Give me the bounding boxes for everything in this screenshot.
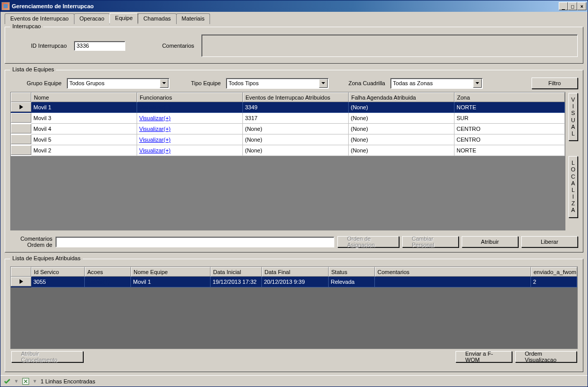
tipo-equipe-value: Todos Tipos [226, 80, 318, 86]
comentarios-label: Comentarios [148, 43, 194, 49]
cell-id-servico: 3055 [31, 277, 85, 287]
table-row[interactable]: Movil 3 Visualizar(+) 3317 (None) SUR [11, 113, 565, 124]
statusbar: ▾ ▾ 1 Linhas Encontradas [1, 375, 587, 386]
equipes-grid[interactable]: Nome Funcionarios Eventos de Interrupcao… [10, 92, 565, 230]
cell-falha: (None) [349, 124, 454, 134]
table-row[interactable]: Movil 4 Visualizar(+) (None) (None) CENT… [11, 124, 565, 134]
acoes-link[interactable]: Salvar(+) [87, 279, 110, 285]
ordem-visualizacao-button[interactable]: Ordem Visualizacao [515, 351, 577, 362]
cell-enviado: 2 [531, 277, 577, 287]
col-status[interactable]: Status [329, 267, 375, 277]
tab-eventos[interactable]: Eventos de Interrupcao [5, 13, 74, 24]
col-nome[interactable]: Nome [31, 92, 137, 102]
table-row[interactable]: Movil 5 Visualizar(+) (None) (None) CENT… [11, 134, 565, 145]
visualizar-link[interactable]: Visualizar(+) [139, 137, 170, 143]
col-comentarios[interactable]: Comentarios [375, 267, 531, 277]
cell-eventos: (None) [243, 134, 349, 145]
cell-data-inicial: 19/12/2013 17:32 [211, 277, 262, 287]
chevron-down-icon [160, 79, 168, 88]
grupo-equipe-value: Todos Grupos [67, 80, 159, 86]
close-button[interactable]: × [577, 2, 586, 10]
visual-button[interactable]: VISUAL [568, 93, 578, 141]
comentarios-ordem-label: Comentarios Ordem de [10, 236, 52, 248]
chevron-down-icon [319, 79, 328, 88]
filtro-button[interactable]: Filtro [532, 78, 578, 89]
status-sep: ▾ [15, 378, 18, 384]
liberar-button[interactable]: Liberar [521, 236, 578, 247]
row-indicator [11, 145, 31, 155]
tipo-equipe-combo[interactable]: Todos Tipos [226, 78, 329, 89]
cell-funcionarios: Visualizar(+) [137, 113, 243, 124]
group-interrupcao: Interrupcao ID Interrupcao 3336 Comentar… [5, 27, 583, 64]
cell-data-final: 20/12/2013 9:39 [262, 277, 329, 287]
atribuidas-grid[interactable]: Id Servico Acoes Nome Equipe Data Inicia… [10, 266, 578, 349]
col-data-inicial[interactable]: Data Inicial [211, 267, 262, 277]
cell-funcionarios: Visualizar(+) [137, 124, 243, 134]
id-interrupcao-label: ID Interrupcao [10, 43, 67, 49]
cell-nome: Movil 4 [31, 124, 137, 134]
cell-funcionarios: Visualizar(+) [137, 102, 243, 113]
col-enviado[interactable]: enviado_a_fwom [531, 267, 577, 277]
status-text: 1 Linhas Encontradas [41, 378, 95, 384]
cell-eventos: (None) [243, 145, 349, 156]
zona-cuadrilla-combo[interactable]: Todas as Zonas [390, 78, 483, 89]
cell-funcionarios: Visualizar(+) [137, 134, 243, 145]
col-eventos[interactable]: Eventos de Interrupcao Atribuidos [243, 92, 349, 102]
cell-funcionarios: Visualizar(+) [137, 145, 243, 156]
row-indicator-icon [11, 102, 31, 112]
row-indicator [11, 134, 31, 144]
row-indicator-icon [11, 277, 31, 286]
tab-equipe[interactable]: Equipe [109, 13, 138, 24]
visualizar-link[interactable]: Visualizar(+) [139, 115, 170, 121]
grupo-equipe-combo[interactable]: Todos Grupos [67, 78, 169, 89]
col-acoes[interactable]: Acoes [85, 267, 131, 277]
col-id-servico[interactable]: Id Servico [31, 267, 85, 277]
cell-eventos: (None) [243, 124, 349, 134]
cell-nome-equipe: Movil 1 [131, 277, 211, 287]
row-indicator [11, 124, 31, 133]
tab-materiais[interactable]: Materiais [176, 13, 211, 24]
cell-zona: NORTE [454, 145, 565, 156]
localiza-button[interactable]: LOCALIZA [568, 156, 578, 218]
row-selector-header [11, 92, 31, 102]
minimize-button[interactable]: _ [559, 2, 568, 10]
cell-zona: CENTRO [454, 124, 565, 134]
visualizar-link[interactable]: Visualizar(+) [139, 147, 170, 153]
cell-nome: Movil 1 [31, 102, 137, 113]
visualizar-link[interactable]: Visualizar(+) [139, 104, 170, 110]
col-nome-equipe[interactable]: Nome Equipe [131, 267, 211, 277]
group-lista-equipes: Lista de Equipes Grupo Equipe Todos Grup… [5, 70, 583, 253]
col-data-final[interactable]: Data Final [262, 267, 329, 277]
tab-chamadas[interactable]: Chamadas [138, 13, 176, 24]
tipo-equipe-label: Tipo Equipe [175, 80, 221, 86]
maximize-button[interactable]: □ [568, 2, 577, 10]
enviar-fwom-button[interactable]: Enviar a F-WOM [456, 351, 512, 362]
cell-zona: SUR [454, 113, 565, 124]
comentarios-box [201, 34, 578, 57]
col-zona[interactable]: Zona [454, 92, 565, 102]
col-funcionarios[interactable]: Funcionarios [137, 92, 243, 102]
group-atribuidas: Lista de Equipes Atribuidas Id Servico A… [5, 259, 583, 372]
cell-nome: Movil 5 [31, 134, 137, 145]
atribuir-button[interactable]: Atribuir [462, 236, 518, 247]
comentarios-ordem-field[interactable] [55, 237, 334, 247]
cell-falha: (None) [349, 134, 454, 145]
row-selector-header [11, 267, 31, 277]
cell-nome: Movil 3 [31, 113, 137, 124]
id-interrupcao-field[interactable]: 3336 [74, 41, 125, 51]
cell-falha: (None) [349, 102, 454, 113]
table-row[interactable]: Movil 2 Visualizar(+) (None) (None) NORT… [11, 145, 565, 156]
tab-operacao[interactable]: Operacao [74, 13, 110, 24]
group-lista-equipes-label: Lista de Equipes [10, 66, 56, 72]
cell-nome: Movil 2 [31, 145, 137, 156]
visualizar-link[interactable]: Visualizar(+) [139, 126, 170, 132]
table-row[interactable]: Movil 1 Visualizar(+) 3349 (None) NORTE [11, 102, 565, 113]
col-falha[interactable]: Falha Agendada Atribuida [349, 92, 454, 102]
chevron-down-icon [473, 79, 482, 88]
cell-status: Relevada [329, 277, 375, 287]
cell-falha: (None) [349, 113, 454, 124]
cell-eventos: 3317 [243, 113, 349, 124]
app-icon [2, 2, 10, 10]
cell-zona: NORTE [454, 102, 565, 113]
table-row[interactable]: 3055 Salvar(+) Movil 1 19/12/2013 17:32 … [11, 277, 577, 287]
